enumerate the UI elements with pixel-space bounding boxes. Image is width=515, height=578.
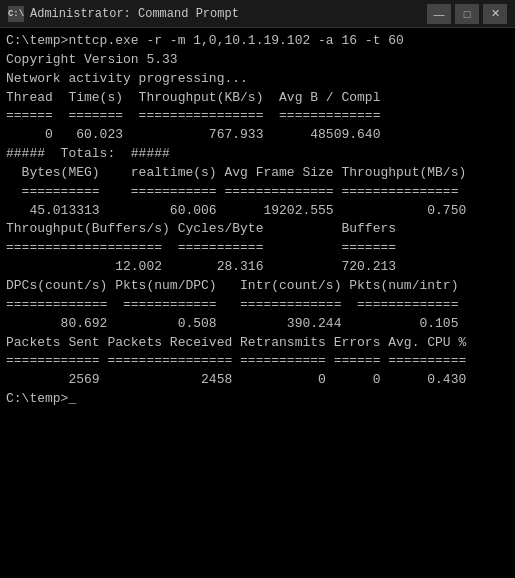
cmd-icon-text: C:\ <box>8 9 24 19</box>
terminal-line: ##### Totals: ##### <box>6 145 509 164</box>
terminal-line: C:\temp>nttcp.exe -r -m 1,0,10.1.19.102 … <box>6 32 509 51</box>
terminal-line: Copyright Version 5.33 <box>6 51 509 70</box>
terminal-line: 0 60.023 767.933 48509.640 <box>6 126 509 145</box>
terminal-line: 2569 2458 0 0 0.430 <box>6 371 509 390</box>
terminal-line: 80.692 0.508 390.244 0.105 <box>6 315 509 334</box>
terminal-line: Throughput(Buffers/s) Cycles/Byte Buffer… <box>6 220 509 239</box>
terminal-line: Bytes(MEG) realtime(s) Avg Frame Size Th… <box>6 164 509 183</box>
terminal-line: 45.013313 60.006 19202.555 0.750 <box>6 202 509 221</box>
terminal-line: 12.002 28.316 720.213 <box>6 258 509 277</box>
terminal-line: Network activity progressing... <box>6 70 509 89</box>
title-bar-left: C:\ Administrator: Command Prompt <box>8 6 239 22</box>
title-bar: C:\ Administrator: Command Prompt — □ ✕ <box>0 0 515 28</box>
window-controls: — □ ✕ <box>427 4 507 24</box>
terminal-line: ====== ======= ================ ========… <box>6 107 509 126</box>
terminal-line: DPCs(count/s) Pkts(num/DPC) Intr(count/s… <box>6 277 509 296</box>
terminal-line: ============ ================ ==========… <box>6 352 509 371</box>
terminal-line: ==================== =========== ======= <box>6 239 509 258</box>
terminal-output: C:\temp>nttcp.exe -r -m 1,0,10.1.19.102 … <box>0 28 515 578</box>
terminal-line: Packets Sent Packets Received Retransmit… <box>6 334 509 353</box>
terminal-line: ============= ============ =============… <box>6 296 509 315</box>
cmd-icon: C:\ <box>8 6 24 22</box>
terminal-line: ========== =========== ============== ==… <box>6 183 509 202</box>
close-button[interactable]: ✕ <box>483 4 507 24</box>
terminal-line: Thread Time(s) Throughput(KB/s) Avg B / … <box>6 89 509 108</box>
maximize-button[interactable]: □ <box>455 4 479 24</box>
minimize-button[interactable]: — <box>427 4 451 24</box>
terminal-line: C:\temp>_ <box>6 390 509 409</box>
window-title: Administrator: Command Prompt <box>30 7 239 21</box>
